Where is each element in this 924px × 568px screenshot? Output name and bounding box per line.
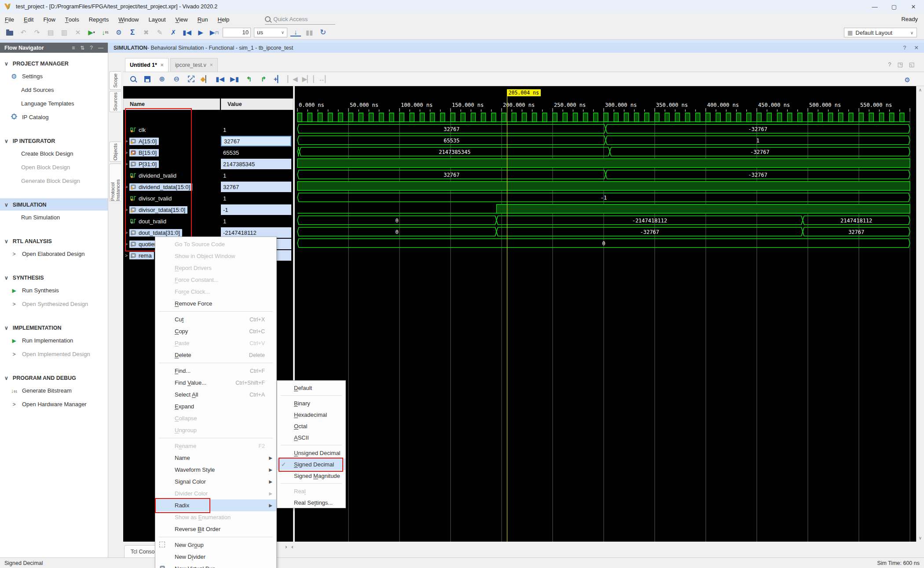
menu-tools[interactable]: Tools bbox=[60, 13, 84, 25]
report-sigma-icon[interactable]: Σ bbox=[127, 27, 138, 38]
generate-bitstream-icon[interactable]: ↓01 bbox=[100, 27, 110, 38]
menu-item-waveform-style[interactable]: Waveform Style▶ bbox=[155, 464, 276, 476]
expand-signal-icon[interactable]: > bbox=[123, 150, 129, 155]
flow-section-synthesis[interactable]: ∨SYNTHESIS bbox=[0, 271, 108, 284]
dock-window-icon[interactable]: ◱ bbox=[909, 61, 914, 68]
menu-view[interactable]: View bbox=[171, 13, 193, 25]
next-edge-icon[interactable]: ↱ bbox=[258, 74, 269, 84]
menu-item-new-group[interactable]: New Group bbox=[155, 539, 276, 551]
flow-item-language-templates[interactable]: Language Templates bbox=[0, 97, 108, 110]
signal-row-name[interactable]: >P[31:0] bbox=[123, 158, 220, 170]
menu-item-octal[interactable]: Octal bbox=[277, 420, 345, 432]
menu-item-cut[interactable]: CutCtrl+X bbox=[155, 313, 276, 325]
side-tab-protocol-instances[interactable]: Protocol Instances bbox=[109, 164, 121, 201]
prev-edge-icon[interactable]: ↰ bbox=[244, 74, 254, 84]
side-tab-sources[interactable]: Sources bbox=[109, 91, 121, 112]
zoom-in-icon[interactable]: ⊕ bbox=[157, 74, 167, 84]
maximize-icon[interactable]: ▢ bbox=[884, 0, 904, 13]
signal-row-name[interactable]: divisor_tvalid bbox=[123, 193, 220, 204]
help-icon[interactable]: ? bbox=[888, 61, 891, 68]
expand-signal-icon[interactable]: > bbox=[123, 230, 129, 235]
signal-row-name[interactable]: dividend_tvalid bbox=[123, 170, 220, 181]
signal-value-cell[interactable]: 1 bbox=[221, 124, 291, 135]
flow-section-program-and-debug[interactable]: ∨PROGRAM AND DEBUG bbox=[0, 371, 108, 384]
flow-item-open-implemented-design[interactable]: >Open Implemented Design bbox=[0, 347, 108, 361]
menu-item-radix[interactable]: Radix▶ bbox=[155, 499, 276, 511]
signal-value-cell[interactable]: 65535 bbox=[221, 147, 291, 158]
flow-section-project-manager[interactable]: ∨PROJECT MANAGER bbox=[0, 57, 108, 69]
close-icon[interactable]: ✕ bbox=[904, 0, 923, 13]
flow-item-open-elaborated-design[interactable]: >Open Elaborated Design bbox=[0, 247, 108, 261]
flow-item-ip-catalog[interactable]: IP Catalog bbox=[0, 110, 108, 124]
menu-item-copy[interactable]: CopyCtrl+C bbox=[155, 325, 276, 337]
menu-item-expand[interactable]: Expand bbox=[155, 401, 276, 412]
signal-row-name[interactable]: >dividend_tdata[15:0] bbox=[123, 181, 220, 193]
scroll-up-icon[interactable]: ∧ bbox=[917, 87, 924, 92]
pause-icon[interactable]: ▮▮ bbox=[304, 27, 315, 38]
signal-value-cell[interactable]: 1 bbox=[221, 193, 291, 204]
delete-icon[interactable]: ✕ bbox=[73, 27, 83, 38]
menu-item-unsigned-decimal[interactable]: Unsigned Decimal bbox=[277, 447, 345, 459]
menu-file[interactable]: File bbox=[0, 13, 19, 25]
menu-item-find-[interactable]: Find...Ctrl+F bbox=[155, 365, 276, 377]
waveform-plot[interactable]: 0.000 ns50.000 ns100.000 ns150.000 ns200… bbox=[295, 86, 916, 542]
zoom-fit-icon[interactable] bbox=[186, 74, 196, 84]
zoom-to-cursor-icon[interactable]: ◆▏ bbox=[200, 74, 211, 84]
menu-item-reverse-bit-order[interactable]: Reverse Bit Order bbox=[155, 523, 276, 535]
flow-item-run-implementation[interactable]: ▶Run Implementation bbox=[0, 334, 108, 347]
close-panel-icon[interactable]: ✕ bbox=[914, 44, 919, 51]
paste-icon[interactable]: ▥ bbox=[59, 27, 70, 38]
add-marker-icon[interactable]: +▏ bbox=[273, 74, 283, 84]
menu-window[interactable]: Window bbox=[114, 13, 143, 25]
expand-signal-icon[interactable]: > bbox=[123, 253, 129, 258]
menu-run[interactable]: Run bbox=[193, 13, 213, 25]
flow-section-simulation[interactable]: ∨SIMULATION bbox=[0, 198, 108, 211]
vertical-scrollbar[interactable]: ∧ ∨ bbox=[916, 86, 924, 542]
menu-item-ascii[interactable]: ASCII bbox=[277, 432, 345, 443]
tab-untitled-1-[interactable]: Untitled 1*× bbox=[125, 58, 169, 72]
menu-item-delete[interactable]: DeleteDelete bbox=[155, 349, 276, 361]
expand-signal-icon[interactable]: > bbox=[123, 207, 129, 212]
save-waveform-icon[interactable] bbox=[142, 74, 153, 84]
signal-value-cell[interactable]: -1 bbox=[221, 204, 291, 215]
minimize-icon[interactable]: — bbox=[865, 0, 884, 13]
menu-item-select-all[interactable]: Select AllCtrl+A bbox=[155, 389, 276, 401]
scroll-right-icon[interactable]: › bbox=[285, 543, 287, 550]
flow-item-create-block-design[interactable]: Create Block Design bbox=[0, 147, 108, 160]
step-icon[interactable]: ↓ bbox=[290, 29, 301, 36]
zoom-out-icon[interactable]: ⊖ bbox=[171, 74, 182, 84]
close-tab-icon[interactable]: × bbox=[210, 62, 213, 68]
menu-item-name[interactable]: Name▶ bbox=[155, 452, 276, 464]
menu-edit[interactable]: Edit bbox=[19, 13, 38, 25]
signal-value-cell[interactable]: 32767 bbox=[221, 136, 291, 146]
relaunch-icon[interactable]: ↻ bbox=[318, 27, 328, 38]
menu-item-signed-decimal[interactable]: ✓Signed Decimal bbox=[277, 459, 345, 470]
signal-value-cell[interactable]: 32767 bbox=[221, 182, 291, 192]
menu-item-signal-color[interactable]: Signal Color▶ bbox=[155, 476, 276, 488]
wave-settings-gear-icon[interactable]: ⚙ bbox=[902, 75, 913, 85]
value-column-header[interactable]: Value bbox=[221, 98, 293, 110]
goto-start-icon[interactable]: ▮◀ bbox=[215, 74, 225, 84]
restart-sim-icon[interactable]: ▮◀ bbox=[182, 27, 192, 38]
menu-item-real-settings-[interactable]: Real Settings... bbox=[277, 497, 345, 508]
run-time-input[interactable]: 10 bbox=[223, 28, 251, 37]
menu-item-new-divider[interactable]: New Divider bbox=[155, 551, 276, 563]
flow-item-run-synthesis[interactable]: ▶Run Synthesis bbox=[0, 284, 108, 297]
menu-layout[interactable]: Layout bbox=[143, 13, 170, 25]
menu-reports[interactable]: Reports bbox=[84, 13, 114, 25]
signal-value-cell[interactable]: 1 bbox=[221, 216, 291, 226]
menu-item-remove-force[interactable]: Remove Force bbox=[155, 298, 276, 309]
prev-marker-icon[interactable]: ▏◀ bbox=[287, 74, 298, 84]
signal-row-name[interactable]: >A[15:0] bbox=[123, 135, 220, 147]
find-icon[interactable] bbox=[128, 74, 138, 84]
settings-gear-icon[interactable]: ⚙ bbox=[114, 27, 124, 38]
flow-item-open-synthesized-design[interactable]: >Open Synthesized Design bbox=[0, 297, 108, 311]
scroll-left-icon[interactable]: ‹ bbox=[291, 543, 293, 550]
flow-section-rtl-analysis[interactable]: ∨RTL ANALYSIS bbox=[0, 235, 108, 247]
layout-selector[interactable]: ▦ Default Layout ∨ bbox=[844, 28, 917, 37]
expand-icon[interactable]: ⇅ bbox=[80, 45, 84, 51]
redo-icon[interactable]: ↷ bbox=[32, 27, 42, 38]
stop-icon[interactable]: ✖ bbox=[141, 27, 151, 38]
signal-row-name[interactable]: clk bbox=[123, 124, 220, 135]
close-tab-icon[interactable]: × bbox=[161, 62, 164, 68]
